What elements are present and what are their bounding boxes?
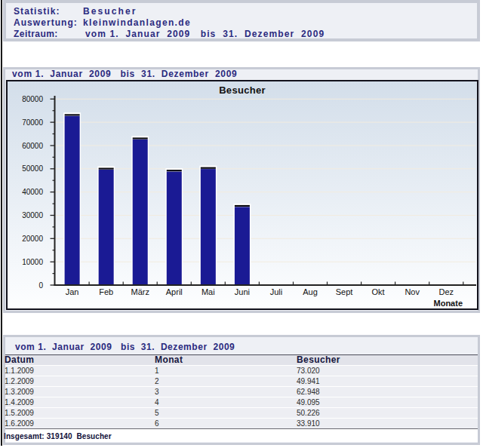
svg-text:Besucher: Besucher: [219, 84, 266, 96]
svg-text:Okt: Okt: [372, 287, 385, 296]
svg-text:März: März: [131, 287, 149, 296]
svg-text:20000: 20000: [22, 235, 43, 243]
svg-text:80000: 80000: [22, 95, 43, 103]
svg-text:70000: 70000: [22, 118, 43, 127]
svg-text:Dez: Dez: [439, 287, 454, 296]
svg-text:Juli: Juli: [270, 287, 283, 296]
svg-text:Feb: Feb: [99, 287, 113, 296]
svg-text:Nov: Nov: [405, 287, 420, 296]
svg-text:0: 0: [38, 281, 43, 290]
svg-text:30000: 30000: [22, 211, 43, 219]
svg-text:10000: 10000: [22, 258, 43, 266]
svg-text:Jan: Jan: [66, 287, 79, 296]
svg-text:April: April: [166, 287, 183, 296]
svg-text:50000: 50000: [22, 164, 43, 173]
svg-text:40000: 40000: [22, 188, 43, 196]
svg-text:Monate: Monate: [434, 299, 463, 308]
svg-text:Juni: Juni: [235, 287, 250, 296]
svg-text:Aug: Aug: [303, 287, 318, 296]
svg-text:Mai: Mai: [202, 287, 215, 296]
svg-text:Sept: Sept: [336, 287, 353, 296]
svg-text:60000: 60000: [22, 142, 43, 150]
